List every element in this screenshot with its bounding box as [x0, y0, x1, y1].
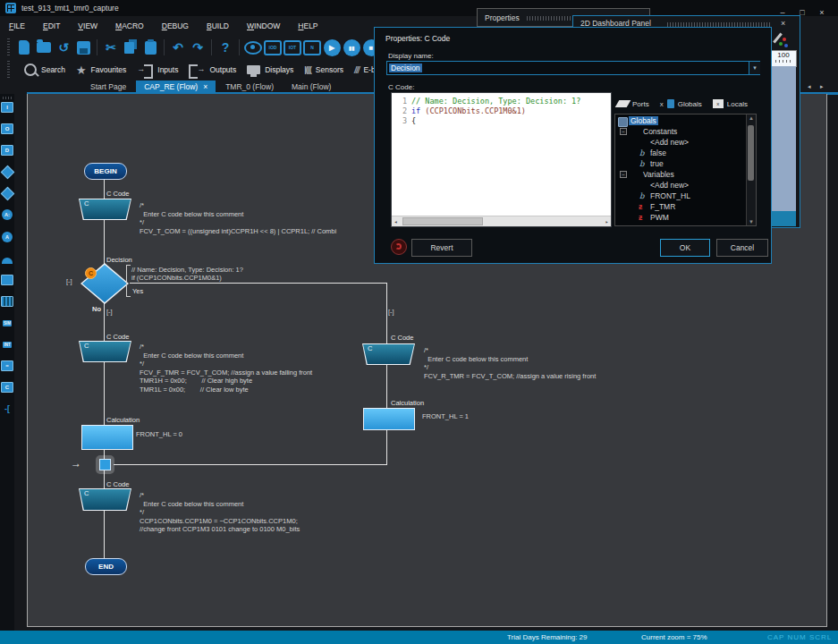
toolbox-c-code[interactable]: C [1, 381, 13, 394]
merge-point-selection[interactable] [96, 455, 114, 474]
tree-item-constants[interactable]: − Constants [616, 127, 746, 138]
tab-start-page[interactable]: Start Page [82, 80, 134, 93]
toolbox-decision[interactable] [1, 165, 13, 178]
undo-button[interactable]: ↶ [169, 38, 187, 57]
panel-close-icon[interactable]: × [781, 19, 785, 28]
ccode1-block[interactable]: C [79, 199, 131, 220]
close-button[interactable]: × [816, 8, 828, 17]
reload-button[interactable]: ↺ [55, 38, 72, 57]
scroll-down-icon[interactable]: ▼ [747, 219, 756, 225]
editor-hscroll-thumb[interactable] [402, 217, 483, 225]
chip-iod-button[interactable]: IOD [264, 38, 282, 57]
calc-no-block[interactable] [81, 425, 133, 450]
dashboard-slider-knob[interactable] [770, 211, 796, 226]
pause-button[interactable]: ▮▮ [343, 38, 360, 57]
toolbox-connection-point[interactable]: A: [1, 208, 13, 221]
tree-item-pwm[interactable]: ƶ PWM [616, 213, 746, 224]
tab-ports[interactable]: Ports [613, 96, 654, 112]
tab-scroll-left[interactable]: ◂ [808, 83, 811, 90]
toolbox-delay[interactable]: D [1, 144, 13, 157]
run-button[interactable]: ▶ [323, 38, 341, 57]
view-button[interactable] [244, 38, 262, 57]
toolbar-drag-handle[interactable] [7, 61, 10, 79]
ccode-merge-block[interactable]: C [79, 488, 131, 511]
end-block[interactable]: END [85, 558, 127, 575]
toolbox-calculation[interactable]: = [1, 360, 13, 372]
open-file-button[interactable] [35, 38, 53, 57]
menu-window[interactable]: WINDOW [247, 21, 280, 30]
tab-scroll-right[interactable]: ▸ [820, 83, 824, 90]
revert-state-icon[interactable] [391, 239, 407, 255]
toolbox-drag-handle[interactable] [3, 97, 12, 99]
favourites-button[interactable]: ★ Favourites [76, 64, 126, 77]
menu-file[interactable]: FILE [9, 21, 25, 30]
tree-vscroll-thumb[interactable] [748, 125, 754, 181]
menu-macro[interactable]: MACRO [115, 21, 144, 30]
toolbox-macro[interactable] [1, 252, 13, 265]
tab-main-flow[interactable]: Main (Flow) [284, 80, 339, 93]
c-code-editor[interactable]: 1// Name: Decision, Type: Decision: 1? 2… [391, 92, 612, 227]
tab-cap-re-flow[interactable]: CAP_RE (Flow) × [136, 80, 216, 93]
minimize-button[interactable]: – [776, 8, 789, 17]
expander-icon[interactable]: − [620, 128, 627, 135]
toolbox-comment[interactable]: -[ [1, 402, 13, 415]
chip-iot-button[interactable]: IOT [284, 38, 301, 57]
tree-vscrollbar[interactable]: ▲ ▼ [746, 114, 756, 225]
outputs-button[interactable]: → Outputs [189, 64, 236, 76]
toolbox-interrupt[interactable]: INT [1, 338, 13, 351]
cancel-button[interactable]: Cancel [716, 239, 768, 257]
displays-button[interactable]: Displays [247, 65, 293, 74]
tab-globals[interactable]: xGlobals [656, 96, 707, 112]
toolbox-input[interactable]: I [1, 101, 13, 114]
tab-tmr-0-flow[interactable]: TMR_0 (Flow) [217, 80, 282, 93]
globals-tree[interactable]: Globals − Constants <Add new> b false b … [614, 114, 757, 226]
new-file-button[interactable] [15, 38, 33, 57]
no-branch-collapse[interactable]: [-] [106, 308, 113, 316]
tree-item-add-variable[interactable]: <Add new> [616, 181, 746, 191]
toolbar-drag-handle[interactable] [7, 38, 10, 56]
tree-item-add-constant[interactable]: <Add new> [616, 138, 746, 148]
scroll-right-icon[interactable]: ▸ [603, 218, 611, 225]
revert-button[interactable]: Revert [411, 239, 472, 257]
tree-item-f-tmr[interactable]: ƶ F_TMR [616, 202, 746, 213]
tree-item-front-hl[interactable]: b FRONT_HL [616, 191, 746, 202]
toolbox-output[interactable]: O [1, 123, 13, 135]
menu-build[interactable]: BUILD [207, 21, 229, 30]
decision-collapse-left[interactable]: [-] [66, 277, 72, 285]
chip-program-button[interactable]: N [303, 38, 321, 57]
menu-help[interactable]: HELP [298, 21, 317, 30]
search-button[interactable]: Search [24, 64, 65, 76]
tab-locals[interactable]: xLocals [708, 96, 752, 112]
tree-root-globals[interactable]: Globals [616, 116, 746, 127]
copy-button[interactable] [122, 38, 140, 57]
cut-button[interactable]: ✂ [102, 38, 120, 57]
sensors-button[interactable]: |((( Sensors [304, 65, 343, 74]
toolbox-component-macro[interactable] [1, 295, 13, 308]
menu-debug[interactable]: DEBUG [162, 21, 189, 30]
display-name-input[interactable]: Decision [386, 61, 760, 75]
toolbox-switch[interactable] [1, 187, 13, 199]
help-button[interactable]: ? [216, 38, 234, 57]
dashboard-slider-track[interactable] [770, 66, 796, 211]
redo-button[interactable]: ↷ [189, 38, 207, 57]
tab-close-icon[interactable]: × [203, 82, 207, 91]
inputs-button[interactable]: → Inputs [137, 64, 178, 76]
menu-edit[interactable]: EDIT [43, 21, 60, 30]
paste-button[interactable] [141, 38, 159, 57]
toolbox-loop[interactable] [1, 274, 13, 286]
menu-view[interactable]: VIEW [78, 21, 97, 30]
scroll-up-icon[interactable]: ▲ [747, 115, 756, 121]
toolbox-simulation[interactable]: SIM [1, 317, 13, 329]
display-name-dropdown[interactable]: ▾ [749, 62, 760, 74]
yes-branch-collapse[interactable]: [-] [388, 308, 394, 316]
expander-icon[interactable]: − [620, 171, 627, 178]
ok-button[interactable]: OK [660, 239, 710, 257]
calc-yes-block[interactable] [363, 408, 415, 430]
scroll-left-icon[interactable]: ◂ [392, 218, 400, 225]
tree-item-true[interactable]: b true [616, 159, 746, 170]
restore-button[interactable]: □ [796, 8, 808, 17]
save-button[interactable] [74, 38, 92, 57]
tree-item-variables[interactable]: − Variables [616, 170, 746, 181]
ccode-yes-block[interactable]: C [362, 343, 415, 365]
editor-hscrollbar[interactable]: ◂ ▸ [392, 216, 611, 226]
